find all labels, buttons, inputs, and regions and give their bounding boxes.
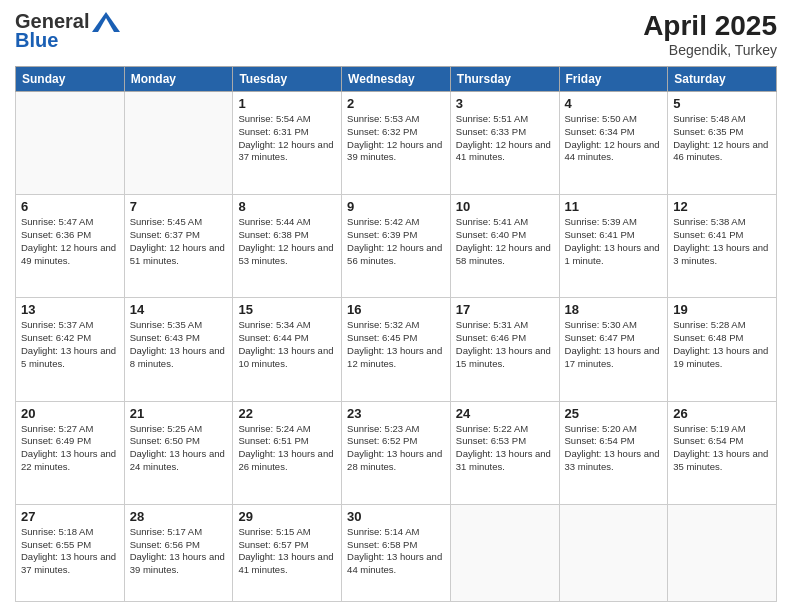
- day-number: 5: [673, 96, 771, 111]
- calendar-week-row: 27Sunrise: 5:18 AM Sunset: 6:55 PM Dayli…: [16, 504, 777, 601]
- day-number: 12: [673, 199, 771, 214]
- calendar-day-cell: 7Sunrise: 5:45 AM Sunset: 6:37 PM Daylig…: [124, 195, 233, 298]
- calendar-day-cell: 20Sunrise: 5:27 AM Sunset: 6:49 PM Dayli…: [16, 401, 125, 504]
- calendar-day-header: Monday: [124, 67, 233, 92]
- day-number: 11: [565, 199, 663, 214]
- logo: General Blue: [15, 10, 120, 52]
- calendar-day-cell: [668, 504, 777, 601]
- day-info: Sunrise: 5:32 AM Sunset: 6:45 PM Dayligh…: [347, 319, 445, 370]
- day-number: 24: [456, 406, 554, 421]
- day-info: Sunrise: 5:44 AM Sunset: 6:38 PM Dayligh…: [238, 216, 336, 267]
- calendar-day-cell: 8Sunrise: 5:44 AM Sunset: 6:38 PM Daylig…: [233, 195, 342, 298]
- day-number: 18: [565, 302, 663, 317]
- day-info: Sunrise: 5:25 AM Sunset: 6:50 PM Dayligh…: [130, 423, 228, 474]
- header: General Blue April 2025 Begendik, Turkey: [15, 10, 777, 58]
- calendar-table: SundayMondayTuesdayWednesdayThursdayFrid…: [15, 66, 777, 602]
- calendar-day-cell: [450, 504, 559, 601]
- day-number: 29: [238, 509, 336, 524]
- calendar-week-row: 13Sunrise: 5:37 AM Sunset: 6:42 PM Dayli…: [16, 298, 777, 401]
- calendar-day-cell: 12Sunrise: 5:38 AM Sunset: 6:41 PM Dayli…: [668, 195, 777, 298]
- calendar-day-cell: 29Sunrise: 5:15 AM Sunset: 6:57 PM Dayli…: [233, 504, 342, 601]
- day-number: 30: [347, 509, 445, 524]
- day-info: Sunrise: 5:34 AM Sunset: 6:44 PM Dayligh…: [238, 319, 336, 370]
- day-number: 15: [238, 302, 336, 317]
- day-number: 19: [673, 302, 771, 317]
- day-info: Sunrise: 5:51 AM Sunset: 6:33 PM Dayligh…: [456, 113, 554, 164]
- calendar-day-cell: [124, 92, 233, 195]
- calendar-day-cell: 1Sunrise: 5:54 AM Sunset: 6:31 PM Daylig…: [233, 92, 342, 195]
- day-info: Sunrise: 5:38 AM Sunset: 6:41 PM Dayligh…: [673, 216, 771, 267]
- day-info: Sunrise: 5:35 AM Sunset: 6:43 PM Dayligh…: [130, 319, 228, 370]
- calendar-day-cell: 28Sunrise: 5:17 AM Sunset: 6:56 PM Dayli…: [124, 504, 233, 601]
- day-info: Sunrise: 5:54 AM Sunset: 6:31 PM Dayligh…: [238, 113, 336, 164]
- calendar-day-header: Saturday: [668, 67, 777, 92]
- calendar-week-row: 20Sunrise: 5:27 AM Sunset: 6:49 PM Dayli…: [16, 401, 777, 504]
- calendar-day-cell: 3Sunrise: 5:51 AM Sunset: 6:33 PM Daylig…: [450, 92, 559, 195]
- day-info: Sunrise: 5:48 AM Sunset: 6:35 PM Dayligh…: [673, 113, 771, 164]
- calendar-day-cell: 2Sunrise: 5:53 AM Sunset: 6:32 PM Daylig…: [342, 92, 451, 195]
- calendar-day-cell: 9Sunrise: 5:42 AM Sunset: 6:39 PM Daylig…: [342, 195, 451, 298]
- calendar-day-header: Wednesday: [342, 67, 451, 92]
- day-info: Sunrise: 5:15 AM Sunset: 6:57 PM Dayligh…: [238, 526, 336, 577]
- day-info: Sunrise: 5:30 AM Sunset: 6:47 PM Dayligh…: [565, 319, 663, 370]
- logo-icon: [92, 12, 120, 32]
- calendar-day-cell: 14Sunrise: 5:35 AM Sunset: 6:43 PM Dayli…: [124, 298, 233, 401]
- day-info: Sunrise: 5:18 AM Sunset: 6:55 PM Dayligh…: [21, 526, 119, 577]
- calendar-day-cell: 10Sunrise: 5:41 AM Sunset: 6:40 PM Dayli…: [450, 195, 559, 298]
- month-title: April 2025: [643, 10, 777, 42]
- day-info: Sunrise: 5:45 AM Sunset: 6:37 PM Dayligh…: [130, 216, 228, 267]
- day-info: Sunrise: 5:19 AM Sunset: 6:54 PM Dayligh…: [673, 423, 771, 474]
- calendar-day-cell: 16Sunrise: 5:32 AM Sunset: 6:45 PM Dayli…: [342, 298, 451, 401]
- day-number: 23: [347, 406, 445, 421]
- day-info: Sunrise: 5:28 AM Sunset: 6:48 PM Dayligh…: [673, 319, 771, 370]
- day-info: Sunrise: 5:24 AM Sunset: 6:51 PM Dayligh…: [238, 423, 336, 474]
- day-number: 21: [130, 406, 228, 421]
- day-number: 14: [130, 302, 228, 317]
- location-subtitle: Begendik, Turkey: [643, 42, 777, 58]
- day-info: Sunrise: 5:20 AM Sunset: 6:54 PM Dayligh…: [565, 423, 663, 474]
- calendar-day-cell: 27Sunrise: 5:18 AM Sunset: 6:55 PM Dayli…: [16, 504, 125, 601]
- day-info: Sunrise: 5:14 AM Sunset: 6:58 PM Dayligh…: [347, 526, 445, 577]
- calendar-day-cell: 18Sunrise: 5:30 AM Sunset: 6:47 PM Dayli…: [559, 298, 668, 401]
- day-number: 28: [130, 509, 228, 524]
- day-info: Sunrise: 5:47 AM Sunset: 6:36 PM Dayligh…: [21, 216, 119, 267]
- day-number: 4: [565, 96, 663, 111]
- day-number: 20: [21, 406, 119, 421]
- day-info: Sunrise: 5:42 AM Sunset: 6:39 PM Dayligh…: [347, 216, 445, 267]
- calendar-day-cell: [559, 504, 668, 601]
- calendar-day-cell: 11Sunrise: 5:39 AM Sunset: 6:41 PM Dayli…: [559, 195, 668, 298]
- day-info: Sunrise: 5:31 AM Sunset: 6:46 PM Dayligh…: [456, 319, 554, 370]
- calendar-day-header: Friday: [559, 67, 668, 92]
- day-number: 22: [238, 406, 336, 421]
- calendar-week-row: 1Sunrise: 5:54 AM Sunset: 6:31 PM Daylig…: [16, 92, 777, 195]
- day-info: Sunrise: 5:27 AM Sunset: 6:49 PM Dayligh…: [21, 423, 119, 474]
- calendar-day-cell: 19Sunrise: 5:28 AM Sunset: 6:48 PM Dayli…: [668, 298, 777, 401]
- calendar-day-cell: 17Sunrise: 5:31 AM Sunset: 6:46 PM Dayli…: [450, 298, 559, 401]
- day-number: 10: [456, 199, 554, 214]
- day-info: Sunrise: 5:22 AM Sunset: 6:53 PM Dayligh…: [456, 423, 554, 474]
- day-info: Sunrise: 5:41 AM Sunset: 6:40 PM Dayligh…: [456, 216, 554, 267]
- calendar-day-cell: 24Sunrise: 5:22 AM Sunset: 6:53 PM Dayli…: [450, 401, 559, 504]
- calendar-day-cell: [16, 92, 125, 195]
- logo-blue: Blue: [15, 29, 58, 52]
- calendar-day-cell: 15Sunrise: 5:34 AM Sunset: 6:44 PM Dayli…: [233, 298, 342, 401]
- calendar-day-cell: 22Sunrise: 5:24 AM Sunset: 6:51 PM Dayli…: [233, 401, 342, 504]
- day-number: 6: [21, 199, 119, 214]
- day-number: 26: [673, 406, 771, 421]
- day-number: 25: [565, 406, 663, 421]
- day-number: 17: [456, 302, 554, 317]
- calendar-day-cell: 5Sunrise: 5:48 AM Sunset: 6:35 PM Daylig…: [668, 92, 777, 195]
- calendar-day-header: Tuesday: [233, 67, 342, 92]
- calendar-header-row: SundayMondayTuesdayWednesdayThursdayFrid…: [16, 67, 777, 92]
- calendar-day-cell: 6Sunrise: 5:47 AM Sunset: 6:36 PM Daylig…: [16, 195, 125, 298]
- day-number: 27: [21, 509, 119, 524]
- day-number: 3: [456, 96, 554, 111]
- calendar-day-cell: 23Sunrise: 5:23 AM Sunset: 6:52 PM Dayli…: [342, 401, 451, 504]
- calendar-day-cell: 25Sunrise: 5:20 AM Sunset: 6:54 PM Dayli…: [559, 401, 668, 504]
- day-info: Sunrise: 5:39 AM Sunset: 6:41 PM Dayligh…: [565, 216, 663, 267]
- calendar-day-cell: 30Sunrise: 5:14 AM Sunset: 6:58 PM Dayli…: [342, 504, 451, 601]
- day-info: Sunrise: 5:53 AM Sunset: 6:32 PM Dayligh…: [347, 113, 445, 164]
- day-number: 1: [238, 96, 336, 111]
- day-number: 7: [130, 199, 228, 214]
- calendar-day-header: Thursday: [450, 67, 559, 92]
